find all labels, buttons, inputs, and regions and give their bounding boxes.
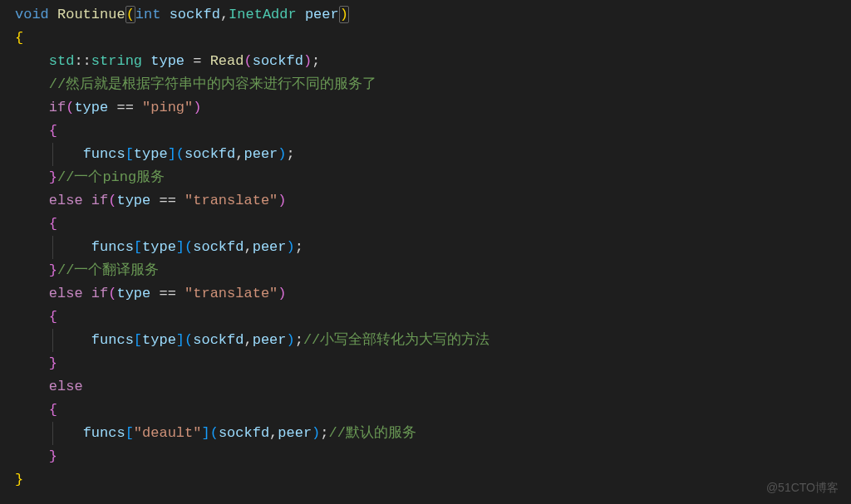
type: string — [91, 53, 142, 69]
semicolon: ; — [295, 239, 303, 255]
variable: peer — [243, 146, 278, 162]
variable: sockfd — [253, 53, 303, 69]
bracket: ] — [168, 146, 176, 162]
operator: == — [150, 286, 184, 301]
code-line: else if(type == "translate") — [0, 189, 851, 213]
brace-close: } — [49, 448, 57, 464]
comment: //一个ping服务 — [57, 169, 165, 185]
code-line: funcs[type](sockfd,peer); — [0, 236, 851, 259]
code-line: } — [0, 352, 851, 375]
paren: ( — [210, 425, 219, 441]
bracket: ] — [176, 332, 184, 348]
code-line: }//一个翻译服务 — [0, 259, 851, 282]
comma: , — [220, 7, 229, 22]
paren: ) — [287, 332, 295, 348]
brace-close: } — [15, 472, 23, 487]
semicolon: ; — [295, 332, 303, 348]
variable: type — [116, 193, 150, 208]
paren: ) — [278, 146, 286, 162]
variable: type — [134, 146, 168, 162]
code-editor[interactable]: void Routinue(int sockfd,InetAddr peer) … — [0, 3, 851, 492]
code-line: { — [0, 213, 851, 236]
brace-open: { — [49, 309, 57, 325]
variable: sockfd — [184, 146, 235, 162]
code-line: } — [0, 468, 851, 492]
keyword-else: else — [49, 193, 83, 208]
param: peer — [305, 7, 339, 22]
variable: funcs — [91, 239, 134, 255]
function-name: Routinue — [57, 7, 125, 22]
operator: == — [108, 100, 142, 115]
brace-open: { — [15, 30, 23, 46]
code-line: funcs[type](sockfd,peer); — [0, 143, 851, 166]
comment: //小写全部转化为大写的方法 — [303, 332, 489, 348]
bracket: ] — [201, 425, 209, 441]
paren-close: ) — [339, 6, 349, 23]
operator: = — [184, 53, 210, 69]
scope-op: :: — [74, 53, 91, 69]
type: InetAddr — [229, 7, 297, 22]
paren: ) — [287, 239, 295, 255]
operator: == — [150, 193, 184, 208]
namespace: std — [49, 53, 75, 69]
variable: sockfd — [193, 332, 243, 348]
variable: sockfd — [193, 239, 243, 255]
paren: ) — [278, 193, 286, 208]
paren: ) — [278, 286, 286, 301]
variable: peer — [253, 239, 287, 255]
string-literal: "deault" — [134, 425, 202, 441]
watermark: @51CTO博客 — [766, 476, 839, 499]
keyword-else: else — [49, 286, 83, 301]
bracket: [ — [125, 146, 134, 162]
semicolon: ; — [287, 146, 295, 162]
variable: type — [142, 332, 176, 348]
code-line: funcs["deault"](sockfd,peer);//默认的服务 — [0, 422, 851, 445]
variable: funcs — [91, 332, 134, 348]
brace-close: } — [49, 355, 57, 371]
param: sockfd — [170, 7, 220, 22]
variable: peer — [278, 425, 312, 441]
variable: type — [116, 286, 150, 301]
brace-close: } — [49, 169, 57, 185]
code-line: //然后就是根据字符串中的内容来进行不同的服务了 — [0, 73, 851, 96]
semicolon: ; — [312, 53, 320, 69]
variable: funcs — [83, 146, 125, 162]
paren-open: ( — [125, 6, 135, 23]
keyword-void: void — [15, 7, 49, 22]
semicolon: ; — [320, 425, 328, 441]
code-line: void Routinue(int sockfd,InetAddr peer) — [0, 3, 851, 27]
function-call: Read — [210, 53, 244, 69]
code-line: else if(type == "translate") — [0, 282, 851, 306]
paren: ) — [312, 425, 320, 441]
variable: sockfd — [219, 425, 269, 441]
paren: ) — [193, 100, 201, 115]
variable: type — [142, 239, 176, 255]
paren: ( — [108, 193, 116, 208]
bracket: [ — [134, 332, 142, 348]
bracket: [ — [125, 425, 134, 441]
brace-close: } — [49, 262, 57, 278]
code-line: { — [0, 120, 851, 143]
bracket: [ — [134, 239, 142, 255]
comma: , — [235, 146, 243, 162]
code-line: { — [0, 399, 851, 422]
paren: ) — [303, 53, 312, 69]
paren: ( — [184, 239, 193, 255]
string-literal: "translate" — [184, 286, 278, 301]
brace-open: { — [49, 402, 57, 418]
bracket: ] — [176, 239, 184, 255]
paren: ( — [184, 332, 193, 348]
code-line: { — [0, 306, 851, 329]
comment: //然后就是根据字符串中的内容来进行不同的服务了 — [49, 76, 376, 92]
keyword-if: if — [91, 286, 108, 301]
brace-open: { — [49, 216, 57, 232]
paren: ( — [176, 146, 184, 162]
comma: , — [243, 239, 252, 255]
variable: type — [74, 100, 108, 115]
paren: ( — [66, 100, 74, 115]
brace-open: { — [49, 123, 57, 139]
code-line: funcs[type](sockfd,peer);//小写全部转化为大写的方法 — [0, 329, 851, 352]
code-line: std::string type = Read(sockfd); — [0, 50, 851, 73]
variable: peer — [253, 332, 287, 348]
code-line: }//一个ping服务 — [0, 166, 851, 189]
